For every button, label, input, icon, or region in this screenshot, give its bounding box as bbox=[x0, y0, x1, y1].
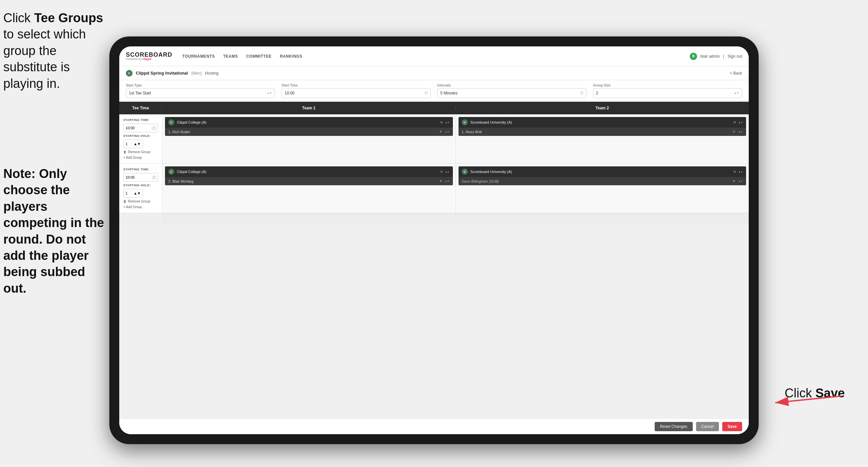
player-close-1-1[interactable]: ✕ bbox=[439, 129, 442, 134]
player-close-2-2[interactable]: ✕ bbox=[733, 179, 736, 183]
clock-icon-1: 🕐 bbox=[152, 126, 156, 130]
remove-group-1[interactable]: 🗑 Remove Group bbox=[123, 150, 158, 154]
team1-logo-2: C bbox=[168, 169, 174, 175]
team1-col-2: C Clippd College (A) ✕ ▲▼ 2. Blair McHar… bbox=[162, 164, 456, 213]
instruction-main: Click Tee Groups to select which group t… bbox=[3, 10, 106, 92]
intervals-field: Intervals 5 Minutes 🕐 bbox=[437, 84, 586, 98]
tee-time-col-3 bbox=[119, 213, 162, 223]
tablet-frame: SCOREBOARD Powered by clippd TOURNAMENTS… bbox=[109, 36, 759, 444]
group-size-arrows: ▲▼ bbox=[734, 92, 739, 94]
remove-group-2[interactable]: 🗑 Remove Group bbox=[123, 200, 158, 203]
add-group-1[interactable]: + Add Group bbox=[123, 156, 158, 159]
main-content: Tee Time Team 1 Team 2 STARTING TIME: 10… bbox=[119, 102, 749, 434]
starting-hole-input-1[interactable]: 1 ▲▼ bbox=[123, 140, 143, 148]
start-type-arrows: ▲▼ bbox=[267, 92, 272, 94]
player-row-1-1[interactable]: 1. Rich Butler ✕ ▲▼ bbox=[165, 127, 453, 136]
back-button[interactable]: < Back bbox=[730, 71, 742, 76]
team-cols-2: C Clippd College (A) ✕ ▲▼ 2. Blair McHar… bbox=[162, 164, 749, 213]
starting-hole-label-1: STARTING HOLE: bbox=[123, 134, 158, 138]
team-cols-1: C Clippd College (A) ✕ ▲▼ 1. Rich Butler bbox=[162, 114, 749, 164]
team2-actions-1: ✕ ▲▼ bbox=[733, 120, 743, 125]
settings-row: Start Type 1st Tee Start ▲▼ Start Time 1… bbox=[119, 80, 749, 102]
team1-name-1: Clippd College (A) bbox=[177, 120, 437, 124]
tee-group-row-2: STARTING TIME: 10:05 🕐 STARTING HOLE: 1 … bbox=[119, 164, 749, 213]
intervals-arrows: 🕐 bbox=[580, 92, 583, 94]
tablet-screen: SCOREBOARD Powered by clippd TOURNAMENTS… bbox=[119, 47, 749, 434]
user-avatar: B bbox=[690, 53, 697, 60]
player-row-1-2[interactable]: 2. Blair McHarg ✕ ▲▼ bbox=[165, 177, 453, 185]
team1-arrows-2: ▲▼ bbox=[445, 171, 450, 173]
tee-group-row: STARTING TIME: 10:00 🕐 STARTING HOLE: 1 … bbox=[119, 114, 749, 164]
team2-arrows-2: ▲▼ bbox=[738, 171, 743, 173]
th-team1: Team 1 bbox=[162, 106, 456, 110]
player-name-1-1: 1. Rich Butler bbox=[168, 130, 437, 134]
team2-arrows-1: ▲▼ bbox=[738, 121, 743, 124]
team1-close-1[interactable]: ✕ bbox=[440, 120, 443, 125]
nav-tournaments[interactable]: TOURNAMENTS bbox=[182, 52, 215, 60]
team2-close-2[interactable]: ✕ bbox=[733, 170, 736, 174]
team2-card-header-2: S Scoreboard University (A) ✕ ▲▼ bbox=[459, 166, 746, 177]
team2-name-2: Scoreboard University (A) bbox=[470, 170, 731, 174]
th-team2: Team 2 bbox=[456, 106, 749, 110]
team1-close-2[interactable]: ✕ bbox=[440, 170, 443, 174]
player-name-1-2: 2. Blair McHarg bbox=[168, 179, 437, 183]
group-size-field: Group Size 2 ▲▼ bbox=[593, 84, 742, 98]
start-type-input[interactable]: 1st Tee Start ▲▼ bbox=[126, 88, 275, 98]
nav-rankings[interactable]: RANKINGS bbox=[280, 52, 303, 60]
player-arrows-1-2: ▲▼ bbox=[445, 180, 450, 182]
hole-arrows-1: ▲▼ bbox=[133, 142, 141, 146]
instruction-note: Note: Only choose the players competing … bbox=[3, 166, 106, 297]
team1-card-2: C Clippd College (A) ✕ ▲▼ 2. Blair McHar… bbox=[165, 166, 453, 185]
nav-teams[interactable]: TEAMS bbox=[223, 52, 238, 60]
team2-col-3 bbox=[456, 213, 749, 223]
logo-clippd: clippd bbox=[143, 57, 151, 61]
starting-hole-label-2: STARTING HOLE: bbox=[123, 184, 158, 187]
save-button[interactable]: Save bbox=[722, 422, 742, 431]
player-row-2-1[interactable]: 1. Rees Britt ✕ ▲▼ bbox=[459, 127, 746, 136]
clock-icon-2: 🕐 bbox=[152, 176, 156, 179]
reset-changes-button[interactable]: Reset Changes bbox=[655, 422, 693, 431]
player-name-2-2: Dave Billingham (SUB) bbox=[462, 179, 730, 183]
start-time-label: Start Time bbox=[282, 84, 431, 87]
nav-committee[interactable]: COMMITTEE bbox=[246, 52, 272, 60]
player-row-2-2[interactable]: Dave Billingham (SUB) ✕ ▲▼ bbox=[459, 177, 746, 185]
hosting-badge: Hosting bbox=[205, 71, 219, 76]
add-group-2[interactable]: + Add Group bbox=[123, 205, 158, 209]
intervals-input[interactable]: 5 Minutes 🕐 bbox=[437, 88, 586, 98]
team1-actions-2: ✕ ▲▼ bbox=[440, 170, 450, 174]
team2-card-1: S Scoreboard University (A) ✕ ▲▼ 1. Rees… bbox=[459, 117, 746, 136]
starting-time-input-2[interactable]: 10:05 🕐 bbox=[123, 173, 158, 182]
logo-area: SCOREBOARD Powered by clippd bbox=[126, 52, 172, 61]
footer-bar: Reset Changes Cancel Save bbox=[119, 418, 749, 434]
team-cols-3 bbox=[162, 213, 749, 223]
player-close-2-1[interactable]: ✕ bbox=[733, 129, 736, 134]
start-type-label: Start Type bbox=[126, 84, 275, 87]
team2-name-1: Scoreboard University (A) bbox=[470, 120, 731, 124]
team1-logo-1: C bbox=[168, 119, 174, 125]
hole-arrows-2: ▲▼ bbox=[133, 191, 141, 195]
click-save-label: Click Save bbox=[784, 386, 845, 400]
tee-groups-area: STARTING TIME: 10:00 🕐 STARTING HOLE: 1 … bbox=[119, 114, 749, 418]
team2-card-2: S Scoreboard University (A) ✕ ▲▼ Dave Bi… bbox=[459, 166, 746, 185]
team1-col-1: C Clippd College (A) ✕ ▲▼ 1. Rich Butler bbox=[162, 114, 456, 164]
team2-col-1: S Scoreboard University (A) ✕ ▲▼ 1. Rees… bbox=[456, 114, 749, 164]
start-time-input[interactable]: 10:00 🕐 bbox=[282, 88, 431, 98]
starting-time-input-1[interactable]: 10:00 🕐 bbox=[123, 124, 158, 132]
intervals-label: Intervals bbox=[437, 84, 586, 87]
sign-out-link[interactable]: Sign out bbox=[727, 54, 742, 59]
tee-time-col-1: STARTING TIME: 10:00 🕐 STARTING HOLE: 1 … bbox=[119, 114, 162, 164]
player-close-1-2[interactable]: ✕ bbox=[439, 179, 442, 183]
trash-icon-1: 🗑 bbox=[123, 150, 127, 154]
group-size-input[interactable]: 2 ▲▼ bbox=[593, 88, 742, 98]
cancel-button[interactable]: Cancel bbox=[696, 422, 719, 431]
team2-logo-2: S bbox=[462, 169, 468, 175]
starting-time-label-2: STARTING TIME: bbox=[123, 168, 158, 171]
starting-hole-input-2[interactable]: 1 ▲▼ bbox=[123, 189, 143, 198]
team2-card-header-1: S Scoreboard University (A) ✕ ▲▼ bbox=[459, 117, 746, 127]
navbar: SCOREBOARD Powered by clippd TOURNAMENTS… bbox=[119, 47, 749, 66]
team2-close-1[interactable]: ✕ bbox=[733, 120, 736, 125]
team1-name-2: Clippd College (A) bbox=[177, 170, 437, 174]
start-time-arrows: 🕐 bbox=[424, 92, 428, 94]
player-arrows-1-1: ▲▼ bbox=[445, 130, 450, 133]
team1-card-1: C Clippd College (A) ✕ ▲▼ 1. Rich Butler bbox=[165, 117, 453, 136]
